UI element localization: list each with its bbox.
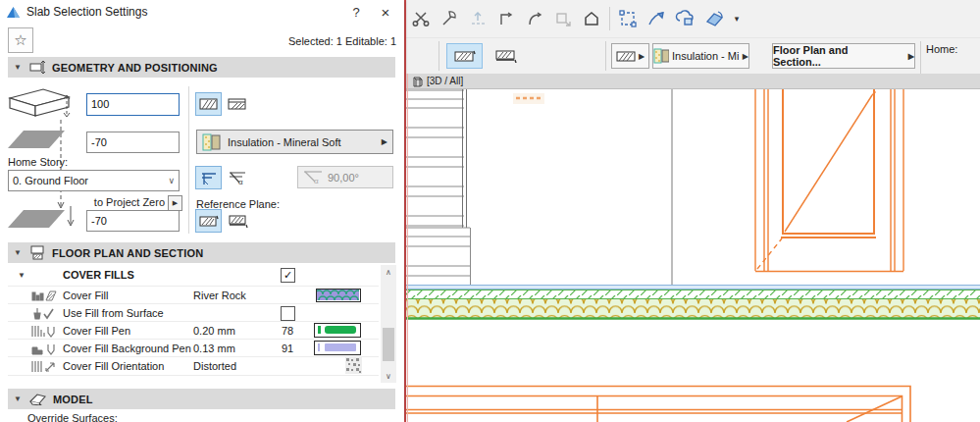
annotate-pen-icon[interactable] bbox=[645, 8, 667, 29]
cover-fills-group-row[interactable]: ▼ COVER FILLS ✓ bbox=[8, 266, 379, 284]
drawing-pane: ▾ ▶ Insulation - Mi... ▶ Floor Plan and … bbox=[405, 0, 980, 422]
section-header-model[interactable]: ▼ MODEL bbox=[8, 389, 395, 409]
svg-text:α: α bbox=[238, 178, 243, 185]
cover-fill-pen-row[interactable]: Cover Fill Pen 0.20 mm 78 bbox=[8, 321, 379, 340]
chevron-down-icon: ∨ bbox=[168, 176, 175, 185]
scrollbar-thumb[interactable] bbox=[383, 328, 394, 361]
cad-drawing bbox=[405, 89, 980, 422]
favorites-button[interactable]: ☆ bbox=[8, 27, 33, 53]
bg-pen-icon bbox=[31, 343, 61, 355]
slab-geometry-icon bbox=[29, 60, 46, 75]
toolbar-separator bbox=[609, 7, 610, 30]
help-button[interactable]: ? bbox=[341, 1, 371, 23]
cover-fills-checkbox[interactable]: ✓ bbox=[281, 268, 295, 283]
reference-plane-top-button[interactable] bbox=[446, 43, 483, 69]
view-3d-icon bbox=[411, 76, 423, 87]
home-story-toolbar-label: Home: bbox=[926, 43, 957, 55]
home-story-label: Home Story: bbox=[8, 156, 68, 168]
wall-section-layers bbox=[405, 89, 471, 285]
collapse-arrow-icon: ▼ bbox=[18, 271, 27, 280]
axe-split-icon[interactable] bbox=[438, 8, 460, 29]
close-button[interactable]: × bbox=[371, 1, 400, 23]
active-window-boundary-inner bbox=[407, 74, 408, 422]
structure-composite-button[interactable] bbox=[224, 92, 250, 116]
model-3d-icon bbox=[29, 393, 47, 405]
distorted-fill-icon[interactable] bbox=[345, 357, 362, 374]
dialog-title: Slab Selection Settings bbox=[26, 5, 147, 19]
orientation-icon bbox=[31, 360, 61, 373]
section-header-geometry-label: GEOMETRY AND POSITIONING bbox=[52, 62, 218, 74]
cloud-save-icon[interactable] bbox=[674, 8, 696, 29]
use-fill-from-surface-checkbox[interactable] bbox=[281, 306, 295, 321]
drawing-canvas[interactable] bbox=[405, 89, 980, 422]
reference-level-flyout-button[interactable]: ▶ bbox=[168, 195, 182, 211]
cover-fill-row[interactable]: Cover Fill River Rock bbox=[8, 286, 379, 304]
viewport-tab-bar: [3D / All] bbox=[405, 74, 980, 89]
section-header-floorplan[interactable]: ▼ FLOOR PLAN AND SECTION bbox=[8, 242, 395, 263]
collapse-arrow-icon: ▼ bbox=[14, 395, 24, 403]
archicad-window: ▾ ▶ Insulation - Mi... ▶ Floor Plan and … bbox=[0, 0, 980, 422]
floorplan-section-icon bbox=[29, 245, 46, 260]
building-material-dropdown[interactable]: Insulation - Mineral Soft ▶ bbox=[196, 130, 393, 154]
view-settings-button[interactable]: Floor Plan and Section... ▶ bbox=[772, 43, 915, 69]
river-rock-swatch[interactable] bbox=[316, 289, 361, 302]
use-fill-from-surface-row[interactable]: Use Fill from Surface bbox=[8, 303, 379, 322]
toolbar-material-dropdown[interactable]: Insulation - Mi... ▶ bbox=[652, 43, 749, 69]
archicad-logo-icon bbox=[6, 6, 21, 19]
reference-plane-top-option[interactable] bbox=[195, 209, 222, 233]
home-navigate-icon[interactable] bbox=[581, 8, 602, 29]
svg-text:α: α bbox=[314, 177, 319, 185]
window-elevation bbox=[755, 89, 903, 272]
thickness-input[interactable]: 100 bbox=[86, 93, 180, 116]
home-story-select[interactable]: 0. Ground Floor ∨ bbox=[8, 170, 180, 191]
scroll-up-icon[interactable]: ∧ bbox=[381, 265, 396, 279]
cover-fill-background-pen-row[interactable]: Cover Fill Background Pen 0.13 mm 91 bbox=[8, 339, 379, 357]
slab-selection-settings-dialog: Slab Selection Settings ? × ☆ Selected: … bbox=[0, 0, 404, 422]
offset-top-input[interactable]: -70 bbox=[86, 132, 180, 153]
collapse-arrow-icon: ▼ bbox=[14, 248, 24, 257]
section-scrollbar[interactable]: ∧ ∨ bbox=[381, 265, 396, 383]
reference-plane-bottom-option[interactable] bbox=[225, 209, 251, 233]
resize-box-icon[interactable] bbox=[552, 8, 574, 29]
structure-basic-button[interactable] bbox=[195, 92, 222, 116]
section-header-geometry[interactable]: ▼ GEOMETRY AND POSITIONING bbox=[8, 57, 395, 78]
toolbar-more-dropdown-icon[interactable]: ▾ bbox=[731, 8, 743, 29]
rotate-plane-icon[interactable] bbox=[702, 8, 724, 29]
main-toolbar: ▾ bbox=[405, 0, 980, 37]
angle-icon: α bbox=[303, 170, 323, 185]
cut-fill-dropdown-button[interactable]: ▶ bbox=[611, 43, 649, 69]
material-icon bbox=[653, 48, 669, 64]
geometry-divider bbox=[188, 86, 189, 234]
cover-fills-group-label: COVER FILLS bbox=[63, 269, 134, 281]
scissors-icon[interactable] bbox=[410, 8, 432, 29]
slab-insulation-band bbox=[405, 285, 980, 319]
pen-color-swatch-green[interactable] bbox=[314, 323, 361, 338]
collapse-arrow-icon: ▼ bbox=[14, 63, 24, 72]
reference-plane-bottom-button[interactable] bbox=[488, 43, 524, 69]
toolbar-separator bbox=[920, 41, 921, 75]
override-surfaces-label: Override Surfaces: bbox=[27, 412, 118, 422]
marquee-select-icon[interactable] bbox=[617, 8, 639, 29]
toolbar-separator bbox=[605, 41, 606, 71]
viewport-tab-label[interactable]: [3D / All] bbox=[427, 76, 463, 86]
edge-custom-angle-button[interactable]: α bbox=[224, 166, 250, 189]
window-plan bbox=[405, 387, 910, 422]
info-box-toolbar: ▶ Insulation - Mi... ▶ Floor Plan and Se… bbox=[405, 37, 980, 75]
section-header-model-label: MODEL bbox=[53, 394, 93, 405]
offset-bottom-input[interactable]: -70 bbox=[86, 210, 180, 232]
corner-trim-icon[interactable] bbox=[495, 8, 517, 29]
cover-fill-icon bbox=[31, 290, 61, 301]
selection-status: Selected: 1 Editable: 1 bbox=[216, 35, 396, 47]
fillet-icon[interactable] bbox=[524, 8, 545, 29]
dashed-marker bbox=[513, 93, 544, 104]
edge-vertical-button[interactable] bbox=[195, 166, 222, 189]
adjust-elements-icon[interactable] bbox=[467, 8, 489, 29]
toolbar-separator bbox=[438, 41, 439, 71]
cover-fill-orientation-row[interactable]: Cover Fill Orientation Distorted bbox=[8, 356, 379, 376]
slab-bottom-plan-icon bbox=[8, 204, 77, 232]
scroll-down-icon[interactable]: ∨ bbox=[381, 369, 396, 383]
slab-plan-icon bbox=[8, 129, 67, 150]
brush-check-icon bbox=[31, 307, 61, 320]
dialog-title-bar[interactable]: Slab Selection Settings ? × bbox=[0, 0, 404, 24]
pen-color-swatch-lavender[interactable] bbox=[314, 341, 361, 355]
